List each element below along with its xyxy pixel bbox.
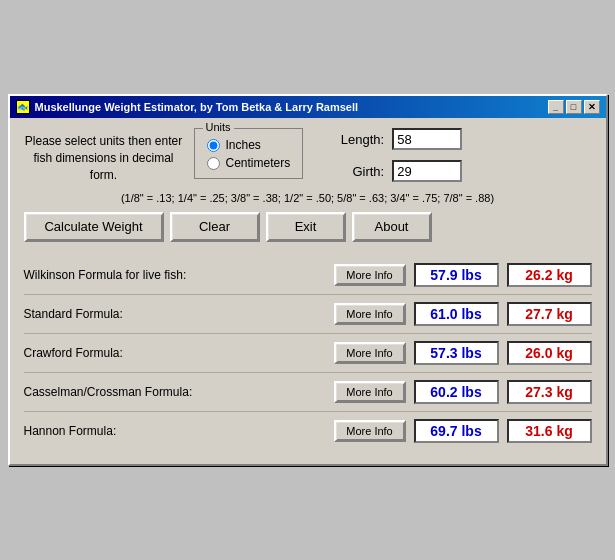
units-legend: Units bbox=[203, 121, 234, 133]
more-info-button-1[interactable]: More Info bbox=[334, 303, 406, 325]
result-row: Wilkinson Formula for live fish: More In… bbox=[24, 256, 592, 295]
exit-button[interactable]: Exit bbox=[266, 212, 346, 242]
centimeters-option[interactable]: Centimeters bbox=[207, 156, 291, 170]
girth-row: Girth: bbox=[329, 160, 462, 182]
title-bar: 🐟 Muskellunge Weight Estimator, by Tom B… bbox=[10, 96, 606, 118]
inches-option[interactable]: Inches bbox=[207, 138, 291, 152]
content-area: Please select units then enter fish dime… bbox=[10, 118, 606, 463]
top-section: Please select units then enter fish dime… bbox=[24, 128, 592, 183]
more-info-button-0[interactable]: More Info bbox=[334, 264, 406, 286]
about-button[interactable]: About bbox=[352, 212, 432, 242]
inches-label: Inches bbox=[226, 138, 261, 152]
formula-name-0: Wilkinson Formula for live fish: bbox=[24, 268, 334, 282]
girth-input[interactable] bbox=[392, 160, 462, 182]
dimensions-section: Length: Girth: bbox=[329, 128, 462, 182]
formula-name-4: Hannon Formula: bbox=[24, 424, 334, 438]
hint-line: (1/8" = .13; 1/4" = .25; 3/8" = .38; 1/2… bbox=[24, 192, 592, 204]
button-row: Calculate Weight Clear Exit About bbox=[24, 212, 592, 242]
more-info-button-2[interactable]: More Info bbox=[334, 342, 406, 364]
centimeters-radio[interactable] bbox=[207, 157, 220, 170]
result-lbs-1: 61.0 lbs bbox=[414, 302, 499, 326]
app-icon: 🐟 bbox=[16, 100, 30, 114]
formula-name-1: Standard Formula: bbox=[24, 307, 334, 321]
length-input[interactable] bbox=[392, 128, 462, 150]
main-window: 🐟 Muskellunge Weight Estimator, by Tom B… bbox=[8, 94, 608, 465]
result-lbs-3: 60.2 lbs bbox=[414, 380, 499, 404]
length-label: Length: bbox=[329, 132, 384, 147]
result-lbs-0: 57.9 lbs bbox=[414, 263, 499, 287]
title-buttons: _ □ ✕ bbox=[548, 100, 600, 114]
formula-name-3: Casselman/Crossman Formula: bbox=[24, 385, 334, 399]
result-row: Hannon Formula: More Info 69.7 lbs 31.6 … bbox=[24, 412, 592, 450]
clear-button[interactable]: Clear bbox=[170, 212, 260, 242]
result-kg-3: 27.3 kg bbox=[507, 380, 592, 404]
result-lbs-2: 57.3 lbs bbox=[414, 341, 499, 365]
length-row: Length: bbox=[329, 128, 462, 150]
result-kg-0: 26.2 kg bbox=[507, 263, 592, 287]
window-title: Muskellunge Weight Estimator, by Tom Bet… bbox=[35, 101, 359, 113]
more-info-button-3[interactable]: More Info bbox=[334, 381, 406, 403]
centimeters-label: Centimeters bbox=[226, 156, 291, 170]
result-row: Standard Formula: More Info 61.0 lbs 27.… bbox=[24, 295, 592, 334]
inches-radio[interactable] bbox=[207, 139, 220, 152]
maximize-button[interactable]: □ bbox=[566, 100, 582, 114]
result-lbs-4: 69.7 lbs bbox=[414, 419, 499, 443]
title-bar-left: 🐟 Muskellunge Weight Estimator, by Tom B… bbox=[16, 100, 359, 114]
results-section: Wilkinson Formula for live fish: More In… bbox=[24, 256, 592, 450]
result-kg-4: 31.6 kg bbox=[507, 419, 592, 443]
units-box: Units Inches Centimeters bbox=[194, 128, 304, 179]
result-kg-2: 26.0 kg bbox=[507, 341, 592, 365]
more-info-button-4[interactable]: More Info bbox=[334, 420, 406, 442]
girth-label: Girth: bbox=[329, 164, 384, 179]
result-kg-1: 27.7 kg bbox=[507, 302, 592, 326]
minimize-button[interactable]: _ bbox=[548, 100, 564, 114]
instructions-text: Please select units then enter fish dime… bbox=[24, 128, 184, 183]
calculate-button[interactable]: Calculate Weight bbox=[24, 212, 164, 242]
close-button[interactable]: ✕ bbox=[584, 100, 600, 114]
result-row: Crawford Formula: More Info 57.3 lbs 26.… bbox=[24, 334, 592, 373]
formula-name-2: Crawford Formula: bbox=[24, 346, 334, 360]
result-row: Casselman/Crossman Formula: More Info 60… bbox=[24, 373, 592, 412]
